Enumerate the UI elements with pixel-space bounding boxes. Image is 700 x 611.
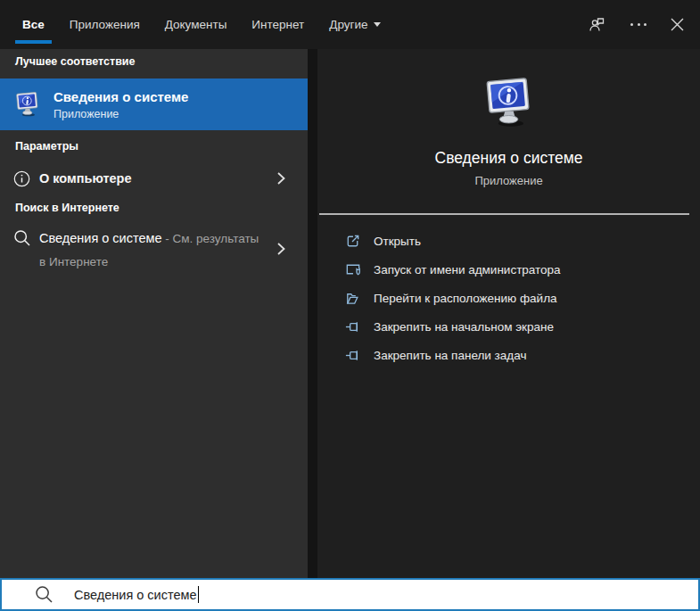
preview-subtitle: Приложение (474, 174, 542, 187)
filter-tabs: Все Приложения Документы Интернет Другие (22, 18, 381, 31)
best-match-subtitle: Приложение (54, 108, 188, 120)
more-options-icon[interactable] (630, 23, 646, 26)
info-icon (13, 170, 30, 187)
action-label: Закрепить на начальном экране (374, 320, 554, 334)
action-list: Открыть Запуск от имени администратора П… (317, 227, 700, 369)
tab-more[interactable]: Другие (329, 18, 381, 31)
search-input[interactable]: Сведения о системе (0, 578, 700, 611)
action-pin-to-taskbar[interactable]: Закрепить на панели задач (317, 341, 700, 369)
tab-documents-label: Документы (165, 18, 227, 31)
system-info-app-icon (14, 91, 41, 118)
web-search-section-header: Поиск в Интернете (15, 202, 119, 214)
action-open[interactable]: Открыть (317, 227, 700, 255)
web-search-result[interactable]: Сведения о системе - См. результаты в Ин… (0, 221, 308, 277)
system-info-app-icon-large (482, 76, 536, 129)
run-as-admin-icon (344, 261, 361, 278)
preview-panel: Сведения о системе Приложение Открыть За… (317, 49, 700, 578)
pin-to-taskbar-icon (344, 347, 361, 364)
settings-result-label: О компьютере (39, 171, 132, 186)
action-run-as-admin[interactable]: Запуск от имени администратора (317, 255, 700, 284)
preview-divider (319, 213, 689, 215)
tab-web-label: Интернет (251, 18, 304, 31)
chevron-down-icon (374, 22, 381, 27)
tab-all-label: Все (22, 18, 45, 31)
action-label: Перейти к расположению файла (374, 292, 557, 305)
action-label: Закрепить на панели задач (374, 349, 526, 362)
pin-to-start-icon (344, 318, 361, 335)
tab-apps-label: Приложения (70, 18, 140, 31)
tab-all[interactable]: Все (22, 18, 45, 31)
feedback-icon[interactable] (588, 15, 606, 34)
preview-title: Сведения о системе (435, 149, 583, 168)
search-input-value: Сведения о системе (74, 588, 197, 602)
settings-section-header: Параметры (15, 140, 78, 153)
tab-web[interactable]: Интернет (251, 18, 304, 31)
action-label: Открыть (374, 235, 421, 248)
chevron-right-icon (277, 172, 285, 186)
search-icon (35, 585, 54, 604)
action-open-file-location[interactable]: Перейти к расположению файла (317, 284, 700, 312)
best-match-result[interactable]: Сведения о системе Приложение (0, 78, 308, 130)
best-match-header: Лучшее соответствие (15, 55, 135, 68)
open-icon (344, 233, 361, 250)
search-icon (13, 229, 31, 277)
web-search-query: Сведения о системе (39, 231, 162, 245)
text-cursor (198, 586, 200, 603)
action-pin-to-start[interactable]: Закрепить на начальном экране (317, 312, 700, 341)
tab-documents[interactable]: Документы (165, 18, 227, 31)
close-icon[interactable] (671, 18, 684, 31)
best-match-title: Сведения о системе (54, 89, 188, 104)
results-panel: Лучшее соответствие Сведения о системе П… (0, 49, 308, 578)
file-location-icon (344, 290, 361, 307)
tab-more-label: Другие (329, 18, 367, 31)
search-filter-bar: Все Приложения Документы Интернет Другие (0, 0, 700, 49)
tab-apps[interactable]: Приложения (70, 18, 140, 31)
action-label: Запуск от имени администратора (374, 263, 561, 277)
chevron-right-icon (277, 243, 285, 256)
panel-separator (308, 49, 317, 578)
settings-result-about-pc[interactable]: О компьютере (0, 161, 308, 196)
